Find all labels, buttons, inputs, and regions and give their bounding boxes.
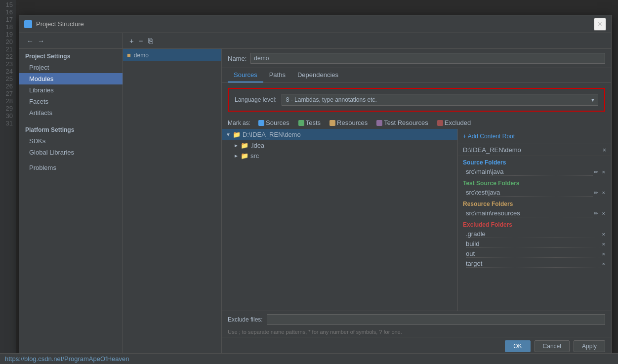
nav-arrows: ← → — [23, 36, 48, 46]
editor-line-numbers: 15 16 17 18 19 20 21 22 23 24 25 26 27 2… — [0, 0, 16, 364]
back-button[interactable]: ← — [25, 37, 35, 45]
mark-as-excluded-button[interactable]: Excluded — [434, 119, 474, 127]
excluded-folder-remove-2[interactable]: × — [601, 251, 606, 257]
module-settings-panel: Name: Sources Paths Dependencies — [222, 49, 611, 355]
content-root-close-button[interactable]: × — [603, 147, 606, 154]
sidebar-item-project[interactable]: Project — [19, 62, 123, 73]
test-source-folder-path-0: src\test\java — [466, 189, 593, 197]
module-list: ■ demo — [123, 49, 222, 355]
sidebar: ← → Project Settings Project Modules Lib… — [19, 33, 123, 355]
resource-folder-entry-0: src\main\resources ✏ × — [458, 208, 611, 218]
content-root-header: + Add Content Root — [458, 129, 611, 144]
tree-item-src[interactable]: ► 📁 src — [222, 151, 457, 161]
tests-color-dot — [298, 120, 304, 126]
excluded-folder-entry-3: target × — [458, 259, 611, 269]
sidebar-toolbar: ← → — [19, 33, 123, 49]
module-toolbar: + − ⎘ — [123, 33, 611, 49]
excluded-folder-actions-3: × — [601, 261, 606, 267]
excluded-folder-remove-0[interactable]: × — [601, 231, 606, 237]
sidebar-item-artifacts[interactable]: Artifacts — [19, 107, 123, 119]
source-folder-actions-0: ✏ × — [593, 169, 606, 175]
ok-button[interactable]: OK — [505, 340, 530, 352]
mark-as-label: Mark as: — [228, 120, 250, 126]
excluded-folder-actions-1: × — [601, 241, 606, 247]
mark-as-test-resources-button[interactable]: Test Resources — [373, 119, 431, 127]
status-bar-url: https://blog.csdn.net/ProgramApeOfHeaven — [5, 355, 129, 363]
source-folder-entry-0: src\main\java ✏ × — [458, 167, 611, 177]
source-folder-edit-0[interactable]: ✏ — [593, 169, 599, 175]
exclude-files-hint: Use ; to separate name patterns, * for a… — [222, 328, 611, 337]
exclude-files-input[interactable] — [267, 314, 605, 325]
excluded-folder-remove-3[interactable]: × — [601, 261, 606, 267]
excluded-folder-actions-2: × — [601, 251, 606, 257]
cancel-button[interactable]: Cancel — [535, 340, 570, 352]
mark-as-resources-button[interactable]: Resources — [327, 119, 371, 127]
tab-dependencies[interactable]: Dependencies — [291, 68, 344, 82]
excluded-folder-path-3: target — [466, 260, 601, 268]
module-name: demo — [134, 52, 149, 59]
src-arrow-icon: ► — [234, 153, 239, 159]
module-item-demo[interactable]: ■ demo — [123, 49, 221, 61]
module-folder-icon: ■ — [127, 51, 131, 59]
mark-as-tests-button[interactable]: Tests — [295, 119, 324, 127]
copy-module-button[interactable]: ⎘ — [146, 36, 155, 46]
tree-root-item[interactable]: ▼ 📁 D:\IDEA_REN\demo — [222, 129, 457, 140]
sidebar-item-facets[interactable]: Facets — [19, 96, 123, 107]
excluded-folder-path-0: .gradle — [466, 230, 601, 238]
idea-folder-icon: 📁 — [241, 142, 248, 149]
excluded-folder-entry-1: build × — [458, 239, 611, 249]
mark-as-row: Mark as: Sources Tests Resources — [222, 117, 611, 129]
sidebar-item-modules[interactable]: Modules — [19, 73, 123, 84]
test-source-folder-edit-0[interactable]: ✏ — [593, 190, 599, 196]
sidebar-item-problems[interactable]: Problems — [19, 162, 123, 173]
sidebar-item-libraries[interactable]: Libraries — [19, 84, 123, 96]
add-content-root-button[interactable]: + Add Content Root — [463, 133, 515, 140]
resource-folder-path-0: src\main\resources — [466, 209, 593, 217]
excluded-folder-actions-0: × — [601, 231, 606, 237]
sidebar-item-global-libraries[interactable]: Global Libraries — [19, 147, 123, 158]
sidebar-divider — [19, 119, 123, 122]
content-root-path-row: D:\IDEA_REN\demo × — [458, 144, 611, 156]
project-settings-label: Project Settings — [19, 49, 123, 62]
bottom-buttons-row: OK Cancel Apply — [222, 337, 611, 355]
project-structure-dialog: Project Structure × ← → Project Settings… — [19, 15, 612, 356]
right-panel: + − ⎘ ■ demo Name: — [123, 33, 611, 355]
resource-folder-edit-0[interactable]: ✏ — [593, 210, 599, 217]
platform-settings-label: Platform Settings — [19, 122, 123, 135]
title-bar: Project Structure × — [19, 15, 611, 33]
excluded-folder-entry-0: .gradle × — [458, 229, 611, 239]
module-content-split: ■ demo Name: Sources — [123, 49, 611, 355]
exclude-files-row: Exclude files: — [222, 311, 611, 328]
tab-sources[interactable]: Sources — [228, 68, 263, 82]
excluded-folder-remove-1[interactable]: × — [601, 241, 606, 247]
tab-paths[interactable]: Paths — [263, 68, 291, 82]
test-source-folder-actions-0: ✏ × — [593, 190, 606, 196]
name-input[interactable] — [250, 53, 605, 64]
status-bar: https://blog.csdn.net/ProgramApeOfHeaven — [0, 353, 618, 364]
resource-folder-remove-0[interactable]: × — [601, 210, 606, 217]
language-level-select[interactable]: 8 - Lambdas, type annotations etc. 6 - @… — [282, 94, 598, 106]
mark-as-sources-button[interactable]: Sources — [255, 119, 292, 127]
source-folder-remove-0[interactable]: × — [601, 169, 606, 175]
source-folder-path-0: src\main\java — [466, 168, 593, 176]
tree-item-idea[interactable]: ► 📁 .idea — [222, 140, 457, 151]
name-row: Name: — [222, 49, 611, 68]
excluded-folders-title: Excluded Folders — [458, 218, 611, 229]
exclude-files-label: Exclude files: — [228, 316, 263, 323]
close-button[interactable]: × — [594, 18, 606, 31]
content-root-panel: + Add Content Root D:\IDEA_REN\demo × So… — [458, 129, 611, 311]
test-source-folder-remove-0[interactable]: × — [601, 190, 606, 196]
dialog-title: Project Structure — [36, 20, 594, 28]
tree-collapse-arrow: ▼ — [226, 132, 231, 137]
sources-color-dot — [258, 120, 264, 126]
apply-button[interactable]: Apply — [574, 340, 605, 352]
add-module-button[interactable]: + — [127, 36, 136, 46]
tabs-row: Sources Paths Dependencies — [222, 68, 611, 83]
sidebar-item-sdks[interactable]: SDKs — [19, 135, 123, 147]
resources-color-dot — [330, 120, 335, 126]
language-level-select-wrapper: 8 - Lambdas, type annotations etc. 6 - @… — [282, 94, 598, 106]
forward-button[interactable]: → — [36, 37, 46, 45]
resource-folder-actions-0: ✏ × — [593, 210, 606, 217]
remove-module-button[interactable]: − — [136, 36, 146, 46]
language-level-row: Language level: 8 - Lambdas, type annota… — [228, 88, 605, 112]
